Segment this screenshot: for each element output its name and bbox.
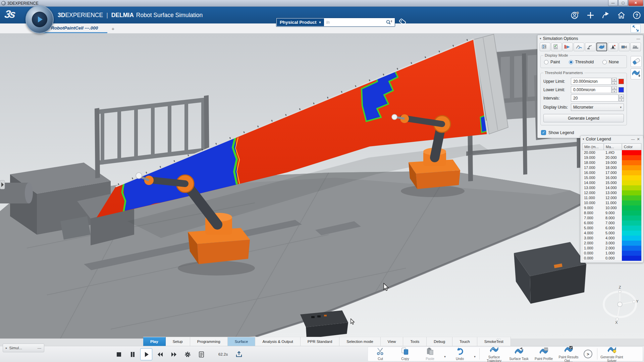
- add-icon[interactable]: [586, 11, 595, 20]
- param-value-input[interactable]: 20.000micron: [571, 78, 611, 85]
- pause-button[interactable]: [126, 348, 139, 360]
- expand-icon[interactable]: ▸: [6, 346, 7, 350]
- tab-setup[interactable]: Setup: [166, 337, 190, 346]
- display-units-select[interactable]: Micrometer ▾: [571, 104, 624, 111]
- tool-simulation-settings-icon[interactable]: [540, 43, 550, 51]
- more-commands-icon[interactable]: >: [584, 350, 592, 358]
- paint-profile-button[interactable]: Paint Profile: [531, 347, 556, 361]
- spinner-down-icon[interactable]: ▼: [612, 90, 617, 94]
- eraser-icon[interactable]: [631, 56, 642, 67]
- help-icon[interactable]: ?: [632, 11, 641, 20]
- play-button[interactable]: [140, 348, 152, 360]
- surface-trajectory-button[interactable]: Surface Trajectory: [482, 347, 506, 361]
- global-search[interactable]: Physical Product ▾: [276, 18, 395, 27]
- radio-icon[interactable]: [544, 60, 548, 64]
- undo-button[interactable]: Undo: [447, 347, 472, 361]
- user-icon[interactable]: [571, 11, 580, 20]
- window-titlebar[interactable]: 3DEXPERIENCE — ▢ ✕: [0, 0, 644, 7]
- param-label: Upper Limit:: [543, 79, 571, 84]
- viewport-restore-icon[interactable]: [631, 24, 641, 33]
- cut-button[interactable]: Cut: [368, 347, 393, 361]
- show-legend-checkbox[interactable]: ✓: [541, 130, 546, 135]
- tab-programming[interactable]: Programming: [190, 337, 228, 346]
- tab-analysis-output[interactable]: Analysis & Output: [255, 337, 300, 346]
- fast-forward-button[interactable]: [168, 348, 180, 360]
- legend-column-header[interactable]: Min (m...: [582, 143, 604, 150]
- share-icon[interactable]: [601, 11, 610, 20]
- spinner-down-icon[interactable]: ▼: [619, 98, 624, 102]
- tool-task-list-icon[interactable]: [551, 43, 562, 51]
- search-input[interactable]: [324, 18, 383, 26]
- radio-threshold[interactable]: Threshold: [569, 60, 594, 64]
- radio-paint[interactable]: Paint: [544, 60, 560, 64]
- tab-ppr-standard[interactable]: PPR Standard: [301, 337, 340, 346]
- radio-none[interactable]: None: [602, 60, 619, 64]
- spray-tool-left: [136, 173, 142, 179]
- 3ds-logo[interactable]: 3s: [4, 8, 15, 20]
- legend-max-value: 13.000: [604, 190, 622, 195]
- tab-view[interactable]: View: [381, 337, 404, 346]
- tag-icon[interactable]: [398, 17, 407, 27]
- paint-results-button[interactable]: Paint Results Opt...: [556, 347, 581, 361]
- search-scope-dropdown[interactable]: Physical Product ▾: [277, 18, 324, 26]
- show-legend-row[interactable]: ✓ Show Legend: [538, 128, 643, 136]
- tool-collision-check-icon[interactable]: [574, 43, 584, 51]
- generate-legend-button[interactable]: Generate Legend: [543, 114, 624, 122]
- collapse-icon[interactable]: ▾: [583, 137, 584, 141]
- report-button[interactable]: [195, 348, 207, 360]
- color-legend-header[interactable]: ▾ Color Legend — ✕: [581, 136, 643, 142]
- surface-task-button[interactable]: Surface Task: [506, 347, 531, 361]
- rewind-button[interactable]: [154, 348, 166, 360]
- copy-button[interactable]: Copy: [393, 347, 418, 361]
- stop-button[interactable]: [113, 348, 125, 360]
- legend-column-header[interactable]: Ma...: [604, 143, 622, 150]
- restore-button[interactable]: ▢: [618, 0, 628, 6]
- tab-tools[interactable]: Tools: [403, 337, 427, 346]
- home-icon[interactable]: [617, 11, 626, 20]
- favorites-heart-icon[interactable]: ♡: [496, 337, 501, 344]
- close-button[interactable]: ✕: [628, 0, 643, 6]
- tab-surface[interactable]: Surface: [228, 337, 256, 346]
- spinner-up-icon[interactable]: ▲: [612, 86, 617, 90]
- simulation-mini-panel[interactable]: ▸ Simul... —: [3, 344, 44, 352]
- color-swatch[interactable]: [619, 79, 624, 84]
- search-icon[interactable]: [383, 18, 395, 26]
- tab-touch[interactable]: Touch: [452, 337, 477, 346]
- legend-column-header[interactable]: Color: [622, 143, 641, 150]
- radio-icon[interactable]: [569, 60, 573, 64]
- tab-selection-mode[interactable]: Selection mode: [339, 337, 380, 346]
- 3dexperience-compass[interactable]: [25, 5, 54, 34]
- radio-icon[interactable]: [602, 60, 607, 64]
- tab-debug[interactable]: Debug: [427, 337, 452, 346]
- tool-process-flow-icon[interactable]: [562, 43, 573, 51]
- minimize-button[interactable]: —: [608, 0, 618, 6]
- panel-minimize-icon[interactable]: —: [38, 346, 42, 350]
- spinner-down-icon[interactable]: ▼: [612, 81, 617, 85]
- chevron-down-icon[interactable]: ▾: [442, 355, 447, 361]
- generate-paint-solver-button[interactable]: Generate Paint Solver: [599, 347, 624, 361]
- page-title: Robot Surface Simulation: [136, 12, 203, 19]
- collapse-icon[interactable]: ▾: [540, 37, 541, 40]
- spinner-up-icon[interactable]: ▲: [619, 95, 624, 98]
- paint-fill-icon[interactable]: [631, 68, 642, 79]
- tab-play[interactable]: Play: [143, 337, 166, 346]
- param-value-input[interactable]: 20: [571, 95, 619, 102]
- tab-smoketest[interactable]: SmokeTest: [477, 337, 511, 346]
- tab-robotpaintcell[interactable]: RobotPaintCell ---.000: [43, 25, 106, 31]
- settings-button[interactable]: [181, 348, 194, 360]
- tool-camera-record-icon[interactable]: [619, 43, 630, 51]
- spinner-up-icon[interactable]: ▲: [612, 78, 617, 81]
- left-panel-expander[interactable]: [0, 180, 5, 189]
- color-swatch[interactable]: [619, 87, 624, 93]
- tool-probe-analysis-icon[interactable]: [608, 43, 619, 51]
- chevron-down-icon[interactable]: ▾: [472, 355, 477, 361]
- tool-robot-arm-icon[interactable]: [585, 43, 596, 51]
- tool-paint-spray-icon[interactable]: [596, 43, 607, 51]
- paste-button[interactable]: Paste: [418, 347, 442, 361]
- tool-conveyor-icon[interactable]: [630, 43, 641, 51]
- export-icon[interactable]: [233, 348, 245, 360]
- compass-play-icon[interactable]: [32, 12, 47, 27]
- simulation-options-header[interactable]: ▾ Simulation Options —: [538, 35, 643, 42]
- param-value-input[interactable]: 0.000micron: [571, 86, 611, 93]
- new-tab-button[interactable]: +: [109, 25, 117, 32]
